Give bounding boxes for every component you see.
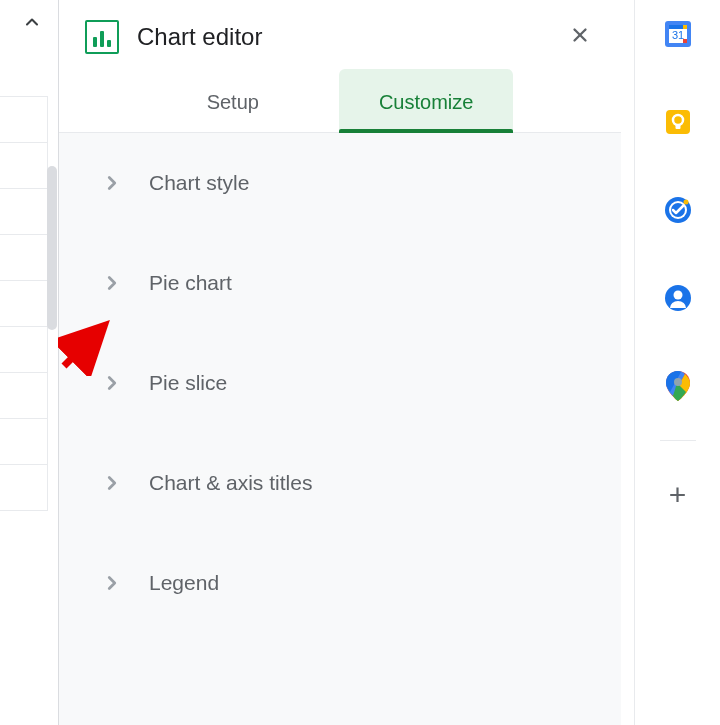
chart-editor-logo-icon bbox=[85, 20, 119, 54]
section-label: Pie chart bbox=[149, 271, 232, 295]
vertical-scrollbar-thumb[interactable] bbox=[47, 166, 57, 330]
maps-app-icon[interactable] bbox=[662, 370, 694, 402]
chevron-right-icon bbox=[101, 472, 123, 494]
add-addon-button[interactable]: + bbox=[662, 479, 694, 511]
section-label: Chart & axis titles bbox=[149, 471, 312, 495]
section-chart-style[interactable]: Chart style bbox=[59, 133, 621, 233]
chevron-right-icon bbox=[101, 172, 123, 194]
section-chart-axis-titles[interactable]: Chart & axis titles bbox=[59, 433, 621, 533]
tab-customize[interactable]: Customize bbox=[339, 69, 513, 132]
side-addon-panel: 31 bbox=[634, 0, 720, 725]
plus-icon: + bbox=[669, 478, 687, 512]
keep-app-icon[interactable] bbox=[662, 106, 694, 138]
section-legend[interactable]: Legend bbox=[59, 533, 621, 633]
close-icon bbox=[569, 24, 591, 46]
close-button[interactable] bbox=[563, 18, 597, 55]
chevron-right-icon bbox=[101, 272, 123, 294]
tab-label: Setup bbox=[207, 91, 259, 113]
spreadsheet-grid-edge bbox=[0, 96, 48, 516]
customize-sections: Chart style Pie chart Pie slice Chart & … bbox=[59, 133, 621, 725]
section-label: Chart style bbox=[149, 171, 249, 195]
side-panel-divider bbox=[660, 440, 696, 441]
section-label: Pie slice bbox=[149, 371, 227, 395]
svg-rect-10 bbox=[666, 110, 690, 134]
svg-point-18 bbox=[673, 291, 682, 300]
tab-label: Customize bbox=[379, 91, 473, 113]
contacts-app-icon[interactable] bbox=[662, 282, 694, 314]
tasks-app-icon[interactable] bbox=[662, 194, 694, 226]
tabs-bar: Setup Customize bbox=[59, 69, 621, 133]
svg-point-16 bbox=[683, 200, 688, 205]
calendar-app-icon[interactable]: 31 bbox=[662, 18, 694, 50]
chevron-right-icon bbox=[101, 372, 123, 394]
section-label: Legend bbox=[149, 571, 219, 595]
chevron-right-icon bbox=[101, 572, 123, 594]
section-pie-chart[interactable]: Pie chart bbox=[59, 233, 621, 333]
panel-title: Chart editor bbox=[137, 23, 545, 51]
svg-rect-12 bbox=[675, 124, 680, 129]
svg-text:31: 31 bbox=[671, 29, 683, 41]
svg-point-19 bbox=[674, 378, 682, 386]
chart-editor-panel: Chart editor Setup Customize Chart style… bbox=[58, 0, 621, 725]
toolbar-collapse-chevron-icon[interactable] bbox=[22, 12, 42, 36]
section-pie-slice[interactable]: Pie slice bbox=[59, 333, 621, 433]
tab-setup[interactable]: Setup bbox=[167, 69, 299, 132]
